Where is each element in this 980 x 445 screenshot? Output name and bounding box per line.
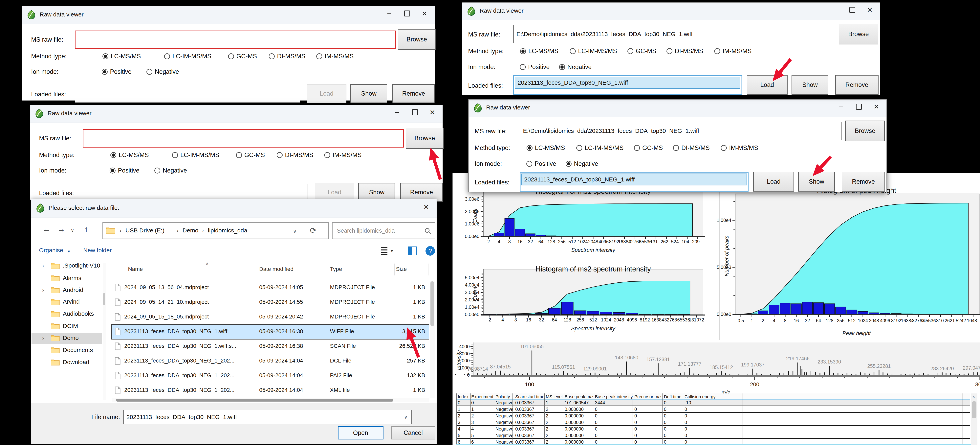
table-row[interactable]: 33Negative0.00336720.0000000000 [457,419,970,426]
minimize-button[interactable]: – [389,108,406,116]
radio-method-lc-ms-ms[interactable] [102,53,108,59]
file-row[interactable]: 20231113_feces_DDA_top30_NEG_1_202...05-… [112,383,429,397]
search-icon[interactable] [424,227,432,235]
radio-method-gc-ms[interactable] [228,53,234,59]
radio-ion-negative[interactable] [559,64,565,70]
radio-ion-positive[interactable] [520,64,526,70]
scrollbar-thumb[interactable] [430,281,434,326]
sidebar-item-documents[interactable]: Documents [63,347,93,353]
ms-raw-file-input[interactable]: E:\Demo\lipidomics_dda\20231113_feces_DD… [513,25,835,43]
address-bar[interactable]: ›USB Drive (E:)›Demo›lipidomics_dda∨⟳ [102,222,329,239]
file-row[interactable]: 20231113_feces_DDA_top30_NEG_1_202...05-… [112,354,429,368]
cancel-button[interactable]: Cancel [391,426,435,439]
file-row[interactable]: 20231113_feces_DDA_top30_NEG_1_202...05-… [112,368,429,383]
radio-method-lc-im-ms-ms[interactable] [164,53,170,59]
sidebar-item-alarms[interactable]: Alarms [63,275,81,281]
breadcrumb-item[interactable]: USB Drive (E:) [126,227,164,234]
minimize-button[interactable]: – [832,102,850,110]
show-button[interactable]: Show [798,172,835,191]
radio-method-gc-ms[interactable] [634,145,640,151]
load-button[interactable]: Load [747,75,788,95]
radio-method-lc-im-ms-ms[interactable] [570,48,576,54]
sidebar-item-audiobooks[interactable]: Audiobooks [63,310,94,317]
sidebar-item-android[interactable]: Android [63,287,83,293]
sidebar-item-dcim[interactable]: DCIM [63,323,78,329]
sidebar-item-download[interactable]: Download [63,359,89,365]
table-vertical-scrollbar[interactable]: ∧ [971,394,977,445]
close-button[interactable]: ✕ [868,103,885,111]
sidebar-item-demo[interactable]: Demo [63,335,79,341]
open-button[interactable]: Open [338,426,383,439]
column-header-type[interactable]: Type [330,266,342,272]
file-row[interactable]: 20231113_feces_DDA_top30_NEG_1.wiff.s...… [112,339,429,354]
scrollbar-thumb[interactable] [103,293,105,305]
close-button[interactable]: ✕ [424,108,441,116]
minimize-button[interactable]: – [381,9,398,17]
sidebar-scrollbar[interactable] [103,263,106,400]
load-button[interactable]: Load [753,172,794,191]
table-row[interactable]: 44Negative0.00336720.0000000000 [457,426,970,432]
up-arrow[interactable]: ↑ [84,225,88,234]
loaded-files-listbox[interactable]: 20231113_feces_DDA_top30_NEG_1.wiff [520,172,749,191]
radio-method-gc-ms[interactable] [627,48,633,54]
radio-method-im-ms-ms[interactable] [721,145,727,151]
radio-method-di-ms-ms[interactable] [667,48,673,54]
ms-raw-file-input[interactable] [75,30,396,49]
browse-button[interactable]: Browse [845,121,885,141]
radio-ion-negative[interactable] [154,167,160,174]
dialog-close-button[interactable]: ✕ [418,203,434,211]
refresh-icon[interactable]: ⟳ [310,226,317,235]
file-row[interactable]: 20231113_feces_DDA_top30_NEG_1.wiff05-09… [112,325,429,339]
view-caret-icon[interactable]: ▾ [391,249,393,254]
scrollbar-thumb[interactable] [116,399,393,402]
loaded-file-item[interactable]: 20231113_feces_DDA_top30_NEG_1.wiff [515,77,740,89]
sidebar-item-arvind[interactable]: Arvind [63,298,80,305]
maximize-button[interactable] [406,109,423,117]
browse-button[interactable]: Browse [839,24,878,45]
expander-chevron-icon[interactable]: › [42,263,44,269]
file-row[interactable]: 2024_09_05_13_56_04.mdproject05-09-2024 … [112,281,429,295]
view-list-icon[interactable] [380,247,389,255]
table-row[interactable]: 00Negative0.0033671101.06054734440-10 [457,400,970,406]
radio-method-di-ms-ms[interactable] [673,145,679,151]
radio-method-lc-ms-ms[interactable] [527,145,533,151]
radio-ion-negative[interactable] [566,161,571,167]
table-row[interactable]: 11Negative0.00336720.0000000000 [457,406,970,413]
expander-chevron-icon[interactable]: › [42,335,44,341]
column-header-name[interactable]: Name [128,266,143,272]
radio-ion-positive[interactable] [527,161,532,167]
radio-ion-positive[interactable] [110,167,116,174]
forward-arrow[interactable]: → [57,225,65,234]
show-button[interactable]: Show [350,84,387,103]
organise-button[interactable]: Organise [39,247,63,254]
show-button[interactable]: Show [792,75,828,95]
table-row[interactable]: 22Negative0.00336720.0000000000 [457,413,970,419]
combo-chevron-icon[interactable]: ∨ [404,414,408,420]
radio-ion-negative[interactable] [146,69,153,75]
ms-raw-file-input[interactable]: E:\Demo\lipidomics_dda\20231113_feces_DD… [520,122,842,140]
loaded-file-item[interactable]: 20231113_feces_DDA_top30_NEG_1.wiff [522,174,747,185]
loaded-files-listbox[interactable] [75,85,300,103]
loaded-files-listbox[interactable]: 20231113_feces_DDA_top30_NEG_1.wiff [513,75,742,95]
radio-method-di-ms-ms[interactable] [269,53,275,59]
breadcrumb-item[interactable]: Demo [183,227,198,234]
radio-method-lc-im-ms-ms[interactable] [576,145,582,151]
scrollbar-up-icon[interactable]: ∧ [972,394,975,399]
close-button[interactable]: ✕ [861,6,878,14]
new-folder-button[interactable]: New folder [83,247,111,254]
back-arrow[interactable]: ← [42,225,50,234]
ms-raw-file-input[interactable] [83,129,404,148]
dropdown-chevron-icon[interactable]: ∨ [293,228,297,234]
browse-button[interactable]: Browse [406,128,444,149]
table-row[interactable]: 55Negative0.00336720.0000000000 [457,432,970,439]
help-icon[interactable]: ? [425,246,435,255]
search-box[interactable]: Search lipidomics_dda [332,222,435,239]
radio-method-lc-im-ms-ms[interactable] [172,152,178,158]
scrollbar-thumb[interactable] [972,401,977,418]
maximize-button[interactable] [399,10,415,18]
radio-method-im-ms-ms[interactable] [316,53,322,59]
breadcrumb-item[interactable]: lipidomics_dda [208,227,247,234]
file-row[interactable]: 2024_09_05_15_18_05.mdproject05-09-2024 … [112,310,429,324]
sidebar-item-spotlightv10[interactable]: .Spotlight-V10 [63,262,100,269]
column-header-size[interactable]: Size [396,266,407,272]
